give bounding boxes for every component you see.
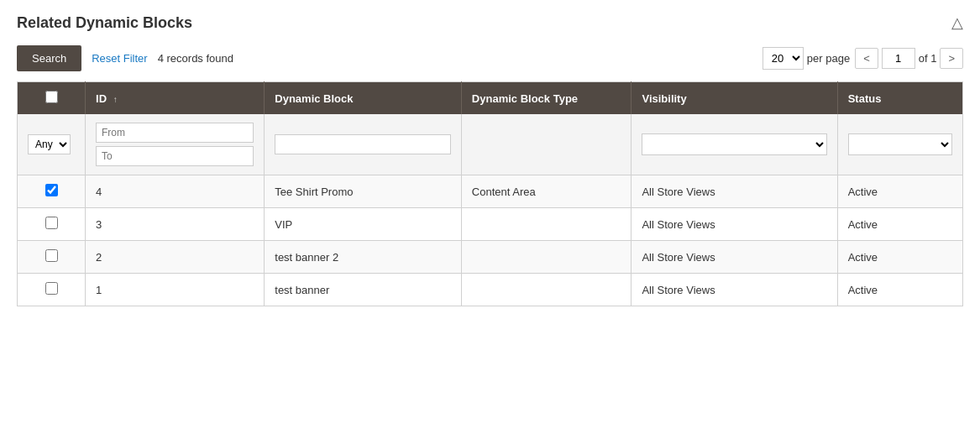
table-header-row: ID ↑ Dynamic Block Dynamic Block Type Vi… bbox=[18, 82, 963, 115]
row-dynamic-block: VIP bbox=[265, 208, 462, 241]
page-container: Related Dynamic Blocks △ Search Reset Fi… bbox=[0, 0, 980, 320]
records-found: 4 records found bbox=[158, 52, 233, 65]
filter-any-container: Any Yes No bbox=[28, 134, 75, 154]
table-row: 3VIPAll Store ViewsActive bbox=[18, 208, 963, 241]
filter-row: Any Yes No All S bbox=[18, 114, 963, 175]
of-label: of 1 bbox=[919, 52, 937, 65]
row-checkbox[interactable] bbox=[45, 217, 58, 229]
per-page-select-container: 20 30 50 per page bbox=[763, 47, 850, 70]
filter-id-from-input[interactable] bbox=[96, 123, 254, 143]
filter-dynamic-block-input[interactable] bbox=[275, 134, 451, 154]
filter-visibility-select[interactable]: All Store Views bbox=[642, 133, 826, 155]
th-dynamic-block-type-label: Dynamic Block Type bbox=[472, 92, 578, 105]
search-button[interactable]: Search bbox=[17, 45, 81, 71]
row-checkbox-cell bbox=[18, 274, 86, 306]
row-dynamic-block-type bbox=[461, 241, 631, 274]
toolbar: Search Reset Filter 4 records found 20 3… bbox=[17, 45, 963, 71]
table-body: Any Yes No All S bbox=[18, 114, 963, 306]
th-id-label: ID bbox=[96, 92, 107, 105]
filter-checkbox-cell: Any Yes No bbox=[18, 114, 86, 175]
per-page-label: per page bbox=[807, 52, 850, 65]
th-id: ID ↑ bbox=[86, 82, 265, 115]
page-header: Related Dynamic Blocks △ bbox=[17, 13, 963, 32]
pagination-area: 20 30 50 per page < of 1 > bbox=[763, 47, 963, 70]
th-status: Status bbox=[837, 82, 962, 115]
page-nav: < of 1 > bbox=[855, 48, 963, 69]
row-dynamic-block: test banner bbox=[265, 274, 462, 306]
th-dynamic-block-type: Dynamic Block Type bbox=[461, 82, 631, 115]
data-table: ID ↑ Dynamic Block Dynamic Block Type Vi… bbox=[17, 81, 963, 306]
row-id: 4 bbox=[86, 175, 265, 208]
row-visibility: All Store Views bbox=[631, 241, 837, 274]
page-number-input[interactable] bbox=[882, 48, 915, 69]
prev-page-button[interactable]: < bbox=[855, 48, 878, 69]
th-dynamic-block-label: Dynamic Block bbox=[275, 92, 353, 105]
row-dynamic-block-type bbox=[461, 208, 631, 241]
reset-filter-button[interactable]: Reset Filter bbox=[92, 52, 147, 65]
filter-id-to-input[interactable] bbox=[96, 146, 254, 166]
page-title: Related Dynamic Blocks bbox=[17, 14, 192, 32]
row-checkbox-cell bbox=[18, 175, 86, 208]
filter-status-cell: Active Inactive bbox=[837, 114, 962, 175]
row-dynamic-block-type bbox=[461, 274, 631, 306]
row-visibility: All Store Views bbox=[631, 274, 837, 306]
row-visibility: All Store Views bbox=[631, 208, 837, 241]
filter-dynamic-block-type-cell bbox=[461, 114, 631, 175]
row-checkbox-cell bbox=[18, 208, 86, 241]
row-status: Active bbox=[837, 241, 962, 274]
row-checkbox-cell bbox=[18, 241, 86, 274]
collapse-icon[interactable]: △ bbox=[951, 13, 963, 32]
th-dynamic-block: Dynamic Block bbox=[265, 82, 462, 115]
row-dynamic-block: Tee Shirt Promo bbox=[265, 175, 462, 208]
filter-status-select[interactable]: Active Inactive bbox=[848, 133, 952, 155]
row-status: Active bbox=[837, 175, 962, 208]
row-checkbox[interactable] bbox=[45, 184, 58, 196]
row-status: Active bbox=[837, 208, 962, 241]
row-dynamic-block-type: Content Area bbox=[461, 175, 631, 208]
row-dynamic-block: test banner 2 bbox=[265, 241, 462, 274]
row-checkbox[interactable] bbox=[45, 249, 58, 262]
row-id: 3 bbox=[86, 208, 265, 241]
table-row: 2test banner 2All Store ViewsActive bbox=[18, 241, 963, 274]
th-status-label: Status bbox=[848, 92, 882, 105]
row-visibility: All Store Views bbox=[631, 175, 837, 208]
th-visibility: Visibility bbox=[631, 82, 837, 115]
filter-id-cell bbox=[86, 114, 265, 175]
next-page-button[interactable]: > bbox=[940, 48, 963, 69]
th-visibility-label: Visibility bbox=[642, 92, 686, 105]
row-checkbox[interactable] bbox=[45, 282, 58, 295]
per-page-select[interactable]: 20 30 50 bbox=[763, 47, 804, 70]
filter-any-select[interactable]: Any Yes No bbox=[28, 134, 71, 154]
filter-dynamic-block-cell bbox=[265, 114, 462, 175]
table-row: 4Tee Shirt PromoContent AreaAll Store Vi… bbox=[18, 175, 963, 208]
table-row: 1test bannerAll Store ViewsActive bbox=[18, 274, 963, 306]
row-status: Active bbox=[837, 274, 962, 306]
select-all-checkbox[interactable] bbox=[45, 91, 58, 103]
row-id: 2 bbox=[86, 241, 265, 274]
filter-visibility-cell: All Store Views bbox=[631, 114, 837, 175]
sort-asc-icon[interactable]: ↑ bbox=[113, 95, 118, 104]
row-id: 1 bbox=[86, 274, 265, 306]
th-checkbox bbox=[18, 82, 86, 115]
